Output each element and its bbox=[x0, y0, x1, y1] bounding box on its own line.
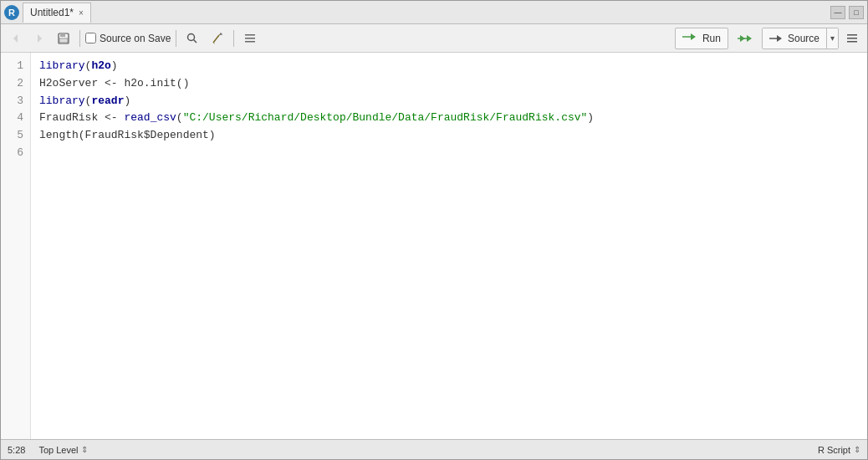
code-line-2: H2oServer <- h2o.init() bbox=[39, 75, 859, 93]
title-bar: R Untitled1* × — □ bbox=[1, 1, 867, 24]
svg-rect-4 bbox=[59, 38, 68, 43]
svg-marker-16 bbox=[691, 33, 696, 40]
separator-1 bbox=[79, 30, 80, 47]
status-left: 5:28 Top Level ⇕ bbox=[8, 445, 88, 455]
source-main-btn[interactable]: Source bbox=[763, 28, 827, 49]
scope-item: Top Level ⇕ bbox=[38, 445, 87, 455]
source-dropdown-btn[interactable]: ▾ bbox=[827, 28, 838, 49]
code-editor[interactable]: library(h2o) H2oServer <- h2o.init() lib… bbox=[31, 53, 867, 439]
svg-rect-14 bbox=[245, 41, 255, 43]
code-line-5: length(FraudRisk$Dependent) bbox=[39, 127, 859, 145]
line-numbers: 1 2 3 4 5 6 bbox=[1, 53, 31, 439]
forward-btn[interactable] bbox=[29, 28, 49, 49]
cursor-position: 5:28 bbox=[8, 445, 25, 455]
code-line-1: library(h2o) bbox=[39, 58, 859, 75]
svg-rect-25 bbox=[847, 41, 857, 43]
separator-2 bbox=[176, 30, 176, 47]
source-btn-group: Source ▾ bbox=[762, 28, 839, 49]
tab-close-btn[interactable]: × bbox=[79, 8, 84, 18]
svg-line-6 bbox=[194, 39, 197, 43]
svg-marker-0 bbox=[13, 34, 18, 43]
tab-area: Untitled1* × bbox=[23, 3, 830, 23]
source-label: Source bbox=[788, 33, 819, 44]
script-type-label: R Script bbox=[818, 445, 850, 455]
scope-label: Top Level bbox=[38, 445, 78, 455]
svg-rect-23 bbox=[847, 34, 857, 36]
svg-rect-24 bbox=[847, 38, 857, 39]
source-on-save-label: Source on Save bbox=[100, 33, 171, 44]
status-bar: 5:28 Top Level ⇕ R Script ⇕ bbox=[1, 439, 867, 459]
separator-3 bbox=[233, 30, 234, 47]
maximize-btn[interactable]: □ bbox=[849, 6, 864, 19]
svg-marker-20 bbox=[747, 35, 752, 42]
r-icon: R bbox=[4, 5, 19, 20]
svg-rect-12 bbox=[245, 34, 255, 36]
svg-rect-3 bbox=[60, 33, 65, 37]
tab-label: Untitled1* bbox=[30, 7, 74, 18]
search-btn[interactable] bbox=[181, 28, 203, 49]
scope-arrows[interactable]: ⇕ bbox=[81, 445, 88, 454]
editor-toolbar: Source on Save bbox=[1, 24, 867, 53]
position-value: 5:28 bbox=[8, 445, 25, 455]
wand-btn[interactable] bbox=[207, 28, 228, 49]
status-right: R Script ⇕ bbox=[818, 445, 860, 455]
code-line-6 bbox=[39, 145, 859, 162]
code-line-4: FraudRisk <- read_csv("C:/Users/Richard/… bbox=[39, 110, 859, 127]
menu-lines-btn[interactable] bbox=[842, 28, 862, 49]
rstudio-editor-window: R Untitled1* × — □ bbox=[0, 0, 868, 460]
editor-area: 1 2 3 4 5 6 library(h2o) H2oServer <- h2… bbox=[1, 53, 867, 439]
svg-line-7 bbox=[213, 35, 219, 43]
code-line-3: library(readr) bbox=[39, 93, 859, 110]
editor-tab[interactable]: Untitled1* × bbox=[23, 3, 91, 23]
script-type-arrows[interactable]: ⇕ bbox=[854, 445, 860, 454]
source-on-save-checkbox[interactable] bbox=[85, 33, 96, 43]
back-btn[interactable] bbox=[6, 28, 26, 49]
lines-btn[interactable] bbox=[239, 28, 261, 49]
run-arrow-icon bbox=[682, 31, 699, 45]
svg-point-5 bbox=[188, 33, 195, 40]
window-controls: — □ bbox=[830, 6, 864, 19]
svg-marker-1 bbox=[38, 34, 42, 43]
save-btn[interactable] bbox=[53, 28, 74, 49]
rerun-btn[interactable] bbox=[733, 28, 757, 49]
source-on-save: Source on Save bbox=[85, 33, 171, 44]
minimize-btn[interactable]: — bbox=[830, 6, 845, 19]
svg-marker-22 bbox=[777, 35, 782, 42]
run-btn[interactable]: Run bbox=[675, 28, 728, 49]
svg-marker-11 bbox=[213, 43, 215, 44]
svg-rect-13 bbox=[245, 38, 255, 39]
run-label: Run bbox=[702, 33, 721, 44]
